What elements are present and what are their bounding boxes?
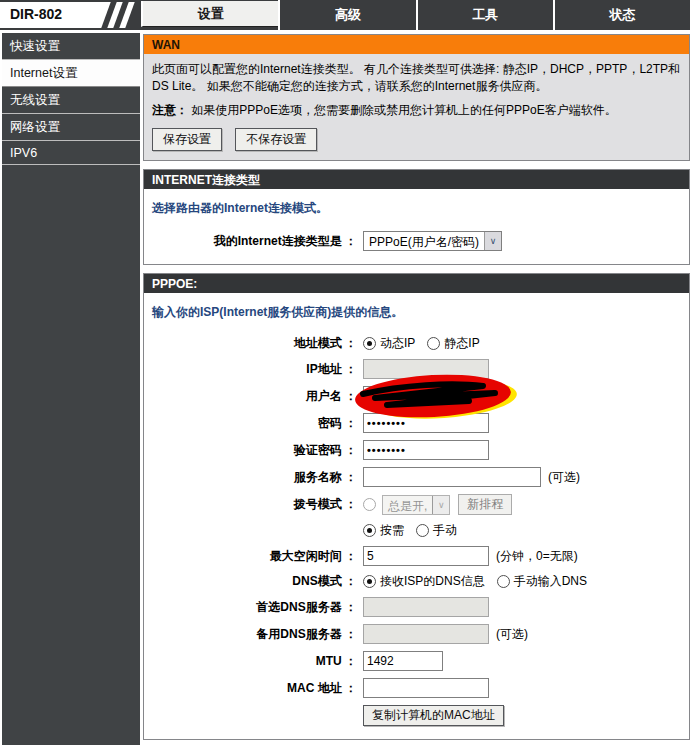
wan-note: 注意： 如果使用PPPoE选项，您需要删除或禁用您计算机上的任何PPPoE客户端…: [152, 102, 681, 119]
username-label: 用户名 ：: [152, 388, 363, 405]
max-idle-input[interactable]: [363, 546, 489, 566]
password-row: 密码 ：: [152, 413, 681, 433]
static-ip-radio-label: 静态IP: [444, 335, 479, 352]
secondary-dns-label: 备用DNS服务器 ：: [152, 626, 363, 643]
connection-type-selected-value: PPPoE(用户名/密码): [364, 232, 484, 250]
dial-mode-options-row: 按需 手动: [152, 522, 681, 539]
internet-type-intro: 选择路由器的Internet连接模式。: [152, 200, 681, 217]
max-idle-label: 最大空闲时间 ：: [152, 548, 363, 565]
dynamic-ip-radio-label: 动态IP: [380, 335, 415, 352]
dns-manual-radio[interactable]: [497, 575, 510, 588]
clone-mac-row: 复制计算机的MAC地址: [152, 705, 681, 726]
dial-mode-schedule-radio[interactable]: [363, 498, 376, 511]
address-mode-label: 地址模式 ：: [152, 335, 363, 352]
schedule-selected-value: 总是开,: [383, 496, 432, 514]
verify-password-label: 验证密码 ：: [152, 442, 363, 459]
secondary-dns-optional: (可选): [496, 626, 528, 643]
username-input[interactable]: [363, 386, 489, 406]
tab-advanced[interactable]: 高级: [278, 0, 415, 30]
mac-address-row: MAC 地址 ：: [152, 678, 681, 698]
dial-mode-row: 拨号模式 ： 总是开, ∨ 新排程: [152, 494, 681, 515]
wan-panel-body: 此页面可以配置您的Internet连接类型。 有几个连接类型可供选择: 静态IP…: [144, 54, 689, 160]
manual-dial-radio[interactable]: [416, 524, 429, 537]
password-input[interactable]: [363, 413, 489, 433]
dns-manual-radio-label: 手动输入DNS: [514, 573, 587, 590]
dns-mode-label: DNS模式 ：: [152, 573, 363, 590]
dial-mode-label: 拨号模式 ：: [152, 496, 363, 513]
primary-dns-label: 首选DNS服务器 ：: [152, 599, 363, 616]
secondary-dns-input[interactable]: [363, 624, 489, 644]
max-idle-suffix: (分钟，0=无限): [496, 548, 578, 565]
wan-description: 此页面可以配置您的Internet连接类型。 有几个连接类型可供选择: 静态IP…: [152, 61, 681, 96]
brand-name: DIR-802: [10, 6, 62, 22]
service-name-optional: (可选): [548, 469, 580, 486]
verify-password-input[interactable]: [363, 440, 489, 460]
wan-note-label: 注意：: [152, 103, 188, 117]
mac-address-input[interactable]: [363, 678, 489, 698]
wan-panel: WAN 此页面可以配置您的Internet连接类型。 有几个连接类型可供选择: …: [143, 34, 690, 161]
sidebar-item-network-settings[interactable]: 网络设置: [2, 114, 140, 141]
sidebar-item-internet-settings[interactable]: Internet设置: [2, 60, 140, 87]
save-settings-button[interactable]: 保存设置: [152, 128, 222, 151]
clone-mac-button[interactable]: 复制计算机的MAC地址: [363, 705, 504, 726]
mac-address-label: MAC 地址 ：: [152, 680, 363, 697]
internet-type-panel-title: INTERNET连接类型: [144, 170, 689, 189]
service-name-label: 服务名称 ：: [152, 469, 363, 486]
service-name-input[interactable]: [363, 467, 541, 487]
mtu-input[interactable]: [363, 651, 443, 671]
chevron-down-icon: ∨: [484, 232, 501, 250]
username-row: 用户名 ：: [152, 386, 681, 406]
primary-dns-row: 首选DNS服务器 ：: [152, 597, 681, 617]
verify-password-row: 验证密码 ：: [152, 440, 681, 460]
sidebar-item-ipv6[interactable]: IPV6: [2, 141, 140, 165]
service-name-row: 服务名称 ： (可选): [152, 467, 681, 487]
tab-tools[interactable]: 工具: [416, 0, 553, 30]
new-schedule-button[interactable]: 新排程: [458, 494, 512, 515]
primary-dns-input[interactable]: [363, 597, 489, 617]
on-demand-radio[interactable]: [363, 524, 376, 537]
dns-from-isp-radio[interactable]: [363, 575, 376, 588]
connection-type-label: 我的Internet连接类型是 ：: [152, 233, 363, 250]
dynamic-ip-radio[interactable]: [363, 337, 376, 350]
nav-tabs: 设置 高级 工具 状态: [141, 0, 690, 30]
wan-panel-title: WAN: [144, 35, 689, 54]
manual-dial-radio-label: 手动: [433, 522, 457, 539]
max-idle-row: 最大空闲时间 ： (分钟，0=无限): [152, 546, 681, 566]
password-label: 密码 ：: [152, 415, 363, 432]
internet-type-panel-body: 选择路由器的Internet连接模式。 我的Internet连接类型是 ： PP…: [144, 189, 689, 264]
pppoe-panel-title: PPPOE:: [144, 274, 689, 293]
ip-address-input[interactable]: [363, 359, 489, 379]
tab-setup[interactable]: 设置: [141, 1, 278, 27]
tab-status[interactable]: 状态: [553, 0, 690, 30]
ip-address-row: IP地址 ：: [152, 359, 681, 379]
secondary-dns-row: 备用DNS服务器 ： (可选): [152, 624, 681, 644]
wan-note-text: 如果使用PPPoE选项，您需要删除或禁用您计算机上的任何PPPoE客户端软件。: [191, 103, 616, 117]
connection-type-select[interactable]: PPPoE(用户名/密码) ∨: [363, 231, 502, 251]
main-content: WAN 此页面可以配置您的Internet连接类型。 有几个连接类型可供选择: …: [143, 34, 690, 745]
mtu-label: MTU ：: [152, 653, 363, 670]
address-mode-row: 地址模式 ： 动态IP 静态IP: [152, 335, 681, 352]
schedule-select[interactable]: 总是开, ∨: [382, 495, 450, 515]
static-ip-radio[interactable]: [427, 337, 440, 350]
pppoe-intro: 输入你的ISP(Internet服务供应商)提供的信息。: [152, 304, 681, 321]
top-nav-bar: DIR-802 设置 高级 工具 状态: [0, 0, 690, 30]
brand-logo: DIR-802: [0, 0, 141, 30]
discard-settings-button[interactable]: 不保存设置: [235, 128, 317, 151]
pppoe-panel: PPPOE: 输入你的ISP(Internet服务供应商)提供的信息。 地址模式…: [143, 273, 690, 740]
sidebar-item-quick-setup[interactable]: 快速设置: [2, 33, 140, 60]
sidebar-item-wireless-settings[interactable]: 无线设置: [2, 87, 140, 114]
chevron-down-icon: ∨: [432, 496, 449, 514]
ip-address-label: IP地址 ：: [152, 361, 363, 378]
mtu-row: MTU ：: [152, 651, 681, 671]
internet-type-panel: INTERNET连接类型 选择路由器的Internet连接模式。 我的Inter…: [143, 169, 690, 265]
sidebar-menu: 快速设置 Internet设置 无线设置 网络设置 IPV6: [2, 33, 140, 745]
logo-slash-icon: [119, 2, 134, 28]
dns-from-isp-radio-label: 接收ISP的DNS信息: [380, 573, 485, 590]
on-demand-radio-label: 按需: [380, 522, 404, 539]
pppoe-panel-body: 输入你的ISP(Internet服务供应商)提供的信息。 地址模式 ： 动态IP…: [144, 293, 689, 739]
dns-mode-row: DNS模式 ： 接收ISP的DNS信息 手动输入DNS: [152, 573, 681, 590]
